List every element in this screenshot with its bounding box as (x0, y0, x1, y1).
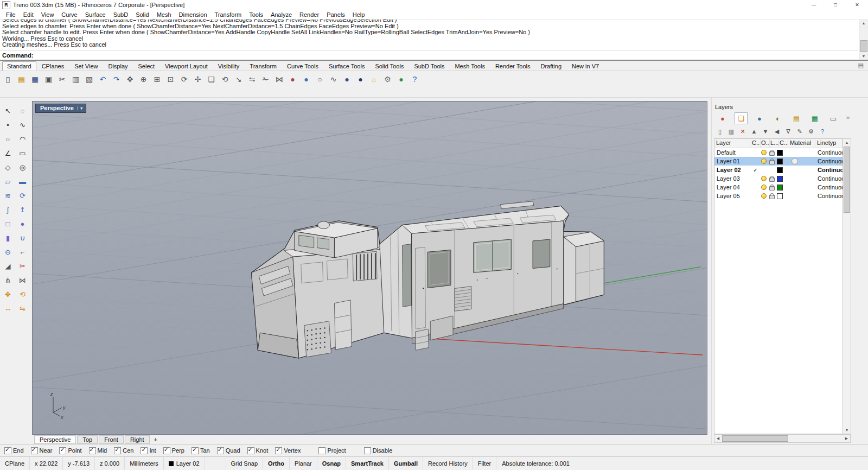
osnap-label[interactable]: Int (149, 447, 156, 454)
toolbar-tab[interactable]: Surface Tools (324, 61, 369, 71)
layer-material-preview[interactable] (784, 193, 816, 199)
ellipse-icon[interactable]: ◎ (16, 161, 29, 174)
split-icon[interactable]: ⋔ (1, 274, 15, 287)
column-header-color[interactable]: C... (779, 139, 788, 148)
delete-layer-icon[interactable]: ✕ (738, 127, 748, 136)
menu-item[interactable]: Surface (81, 11, 110, 18)
osnap-label[interactable]: Mid (98, 447, 107, 454)
scroll-up-icon[interactable]: ▲ (845, 139, 849, 146)
osnap-checkbox[interactable] (192, 447, 199, 454)
osnap-checkbox[interactable] (31, 447, 38, 454)
column-header-current[interactable]: C... (751, 139, 761, 148)
toolbar-tab[interactable]: Display (103, 61, 132, 71)
menu-item[interactable]: Panels (323, 11, 349, 18)
train-model-3d-object[interactable] (251, 201, 604, 358)
minimize-button[interactable]: — (803, 0, 825, 10)
status-toggle[interactable]: Planar (290, 457, 317, 470)
column-header-on[interactable]: O... (761, 139, 770, 148)
toolbar-tab[interactable]: Solid Tools (370, 61, 409, 71)
layer-color-swatch[interactable] (776, 167, 784, 173)
status-toggle[interactable]: Filter (473, 457, 496, 470)
rotate-icon[interactable]: ⟲ (218, 72, 232, 86)
menu-item[interactable]: Transform (211, 11, 246, 18)
layers-vertical-scrollbar[interactable]: ▲ ▼ (843, 138, 851, 434)
current-layer-check-icon[interactable] (751, 176, 760, 182)
layers-horizontal-scrollbar[interactable]: ◀ ▶ (714, 434, 851, 443)
status-toggle[interactable]: Record History (423, 457, 473, 470)
layer-row[interactable]: Layer 02 Continuous (714, 166, 843, 174)
command-input[interactable]: Command: (0, 50, 859, 60)
rectangle-icon[interactable]: ▭ (16, 147, 29, 160)
toolbar-tab[interactable]: Set View (69, 61, 103, 71)
command-scrollbar[interactable]: ▲ ▼ (859, 20, 868, 60)
match-layer-icon[interactable]: ✎ (795, 127, 805, 136)
osnap-checkbox[interactable] (364, 447, 371, 454)
chamfer-icon[interactable]: ◢ (1, 259, 15, 273)
viewport-tab[interactable]: Front (99, 435, 124, 444)
menu-item[interactable]: View (37, 11, 58, 18)
scale-tool-icon[interactable]: ↔ (1, 302, 15, 315)
rotate-view-icon[interactable]: ⟳ (177, 72, 191, 86)
status-toggle[interactable]: Ortho (263, 457, 290, 470)
layer-material-preview[interactable] (784, 158, 816, 164)
menu-item[interactable]: Dimension (175, 11, 211, 18)
status-toggle[interactable]: Gumball (389, 457, 423, 470)
scrollbar-thumb[interactable] (722, 435, 788, 442)
mirror-tool-icon[interactable]: ⇋ (16, 302, 29, 315)
display-tab-icon[interactable]: ● (753, 112, 766, 124)
layer-lock-icon[interactable] (768, 150, 776, 156)
menu-item[interactable]: Mesh (153, 11, 175, 18)
status-segment[interactable]: Millimeters (125, 457, 164, 470)
curve-icon[interactable]: ∿ (16, 118, 29, 132)
menu-item[interactable]: Tools (245, 11, 267, 18)
current-layer-check-icon[interactable] (751, 158, 760, 164)
layer-lock-icon[interactable] (768, 185, 776, 190)
circle-icon[interactable]: ○ (1, 132, 15, 146)
rotate-tool-icon[interactable]: ⟲ (16, 288, 29, 301)
osnap-label[interactable]: Vertex (284, 447, 301, 454)
osnap-label[interactable]: End (13, 447, 24, 454)
scrollbar-thumb[interactable] (860, 40, 867, 52)
move-tool-icon[interactable]: ✥ (1, 288, 15, 301)
status-toggle[interactable]: SmartTrack (346, 457, 389, 470)
toolbar-tab[interactable]: Transform (245, 61, 282, 71)
layer-lock-icon[interactable] (768, 193, 776, 199)
status-segment[interactable]: CPlane (0, 457, 30, 470)
toolbar-tab[interactable]: Drafting (536, 61, 567, 71)
collapse-layers-icon[interactable]: ◀ (772, 127, 782, 136)
layer-on-bulb-icon[interactable] (760, 167, 768, 173)
layer-row[interactable]: Layer 04 Continuous (714, 183, 843, 192)
status-segment[interactable]: Layer 02 (164, 457, 205, 470)
trim-tool-icon[interactable]: ✂ (16, 259, 29, 273)
toolbar-tab[interactable]: Curve Tools (282, 61, 323, 71)
layer-on-bulb-icon[interactable] (760, 185, 768, 190)
move-layer-up-icon[interactable]: ▲ (749, 127, 759, 136)
toolbar-tab[interactable]: New in V7 (567, 61, 604, 71)
layer-on-bulb-icon[interactable] (760, 176, 768, 181)
sweep-icon[interactable]: ∫ (1, 203, 15, 217)
current-layer-check-icon[interactable] (751, 150, 760, 156)
osnap-checkbox[interactable] (217, 447, 224, 454)
print-icon[interactable]: ▣ (42, 72, 55, 86)
status-segment[interactable]: x 22.022 (30, 457, 63, 470)
loft-icon[interactable]: ≋ (1, 189, 15, 202)
cylinder-icon[interactable]: ▮ (1, 231, 15, 245)
osnap-label[interactable]: Quad (226, 447, 240, 454)
lightbulb-icon[interactable]: ☼ (367, 72, 381, 86)
column-header-lock[interactable]: L... (770, 139, 779, 148)
layer-linetype[interactable]: Continuous (816, 184, 843, 190)
osnap-checkbox[interactable] (163, 447, 170, 454)
new-layer-icon[interactable]: ▯ (715, 127, 725, 136)
layer-color-swatch[interactable] (776, 158, 784, 164)
osnap-label[interactable]: Disable (373, 447, 393, 454)
layer-help-icon[interactable]: ? (818, 127, 827, 136)
scroll-down-icon[interactable]: ▼ (862, 53, 866, 60)
properties-tab-icon[interactable]: ● (716, 112, 729, 124)
layer-linetype[interactable]: Continuous (816, 193, 843, 199)
osnap-label[interactable]: Project (327, 447, 346, 454)
surface-icon[interactable]: ▱ (1, 175, 15, 188)
select-arrow-icon[interactable]: ↖ (1, 104, 15, 118)
viewport-dropdown-icon[interactable]: ▼ (77, 106, 86, 110)
point-icon[interactable]: • (1, 118, 15, 132)
viewport-tab[interactable]: Right (125, 435, 150, 444)
